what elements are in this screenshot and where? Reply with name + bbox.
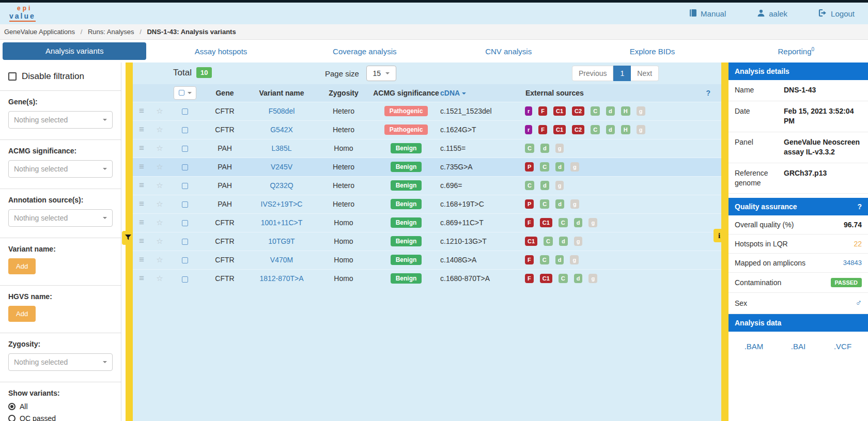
source-badge-C[interactable]: C xyxy=(525,181,534,190)
variant-link[interactable]: Q232Q xyxy=(270,181,293,190)
source-badge-P[interactable]: P xyxy=(525,162,534,171)
table-row[interactable]: ≡☆CFTR1001+11C>THomoBenignc.869+11C>TFC1… xyxy=(133,213,721,232)
table-row[interactable]: ≡☆CFTR10TG9THomoBenignc.1210-13G>TC1Cdg xyxy=(133,232,721,251)
table-row[interactable]: ≡☆PAHQ232QHeteroBenignc.696=Cdg xyxy=(133,176,721,195)
table-row[interactable]: ≡☆PAHV245VHeteroBenignc.735G>APCdg xyxy=(133,158,721,176)
tab-assay-hotspots[interactable]: Assay hotspots xyxy=(149,47,292,56)
radio-qc-passed-button[interactable] xyxy=(8,415,16,421)
breadcrumb-item-runs[interactable]: Runs: Analyses xyxy=(88,28,134,36)
source-badge-d[interactable]: d xyxy=(540,181,549,190)
source-badge-d[interactable]: d xyxy=(540,144,549,153)
variant-link[interactable]: V245V xyxy=(271,163,292,171)
row-checkbox[interactable] xyxy=(182,164,188,170)
star-icon[interactable]: ☆ xyxy=(156,181,163,190)
source-badge-F[interactable]: F xyxy=(525,255,534,264)
annotation-select[interactable]: Nothing selected xyxy=(8,209,113,227)
row-menu-icon[interactable]: ≡ xyxy=(139,255,144,264)
star-icon[interactable]: ☆ xyxy=(156,199,163,208)
variant-link[interactable]: IVS2+19T>C xyxy=(261,200,303,208)
star-icon[interactable]: ☆ xyxy=(156,106,163,115)
source-badge-C2[interactable]: C2 xyxy=(572,106,584,116)
source-badge-F[interactable]: F xyxy=(525,218,534,227)
row-menu-icon[interactable]: ≡ xyxy=(139,236,144,246)
source-badge-d[interactable]: d xyxy=(559,237,568,246)
table-row[interactable]: ≡☆CFTRG542XHeteroPathogenicc.1624G>TrFC1… xyxy=(133,120,721,139)
source-badge-C[interactable]: C xyxy=(540,162,549,171)
source-badge-C[interactable]: C xyxy=(591,125,600,134)
tab-analysis-variants[interactable]: Analysis variants xyxy=(3,42,146,60)
file-link-bam[interactable]: .BAM xyxy=(732,342,776,351)
variant-link[interactable]: 10TG9T xyxy=(268,237,295,245)
source-badge-d[interactable]: d xyxy=(555,162,564,171)
row-checkbox[interactable] xyxy=(182,146,188,152)
select-all-checkbox[interactable] xyxy=(179,90,184,96)
row-menu-icon[interactable]: ≡ xyxy=(139,180,144,190)
logout-link[interactable]: Logout xyxy=(818,9,855,19)
select-all-dropdown[interactable] xyxy=(174,86,196,100)
star-icon[interactable]: ☆ xyxy=(156,144,163,152)
source-badge-H[interactable]: H xyxy=(621,106,630,116)
info-panel-toggle-tab[interactable]: i xyxy=(714,229,725,242)
source-badge-C1[interactable]: C1 xyxy=(553,106,566,116)
source-badge-r[interactable]: r xyxy=(525,125,532,134)
row-checkbox[interactable] xyxy=(182,257,188,263)
page-size-select[interactable]: 15 xyxy=(366,66,396,81)
radio-all-button[interactable] xyxy=(8,403,16,410)
app-logo[interactable]: epi value xyxy=(9,5,36,21)
source-badge-C[interactable]: C xyxy=(540,199,549,209)
row-menu-icon[interactable]: ≡ xyxy=(139,162,144,171)
table-row[interactable]: ≡☆PAHIVS2+19T>CHeteroBenignc.168+19T>CPC… xyxy=(133,195,721,213)
disable-filtration-row[interactable]: Disable filtration xyxy=(0,63,121,91)
source-badge-g[interactable]: g xyxy=(637,125,645,134)
next-page-button[interactable]: Next xyxy=(631,66,659,81)
source-badge-d[interactable]: d xyxy=(606,106,615,116)
variant-link[interactable]: 1812-870T>A xyxy=(259,274,303,283)
source-badge-g[interactable]: g xyxy=(570,162,579,171)
row-menu-icon[interactable]: ≡ xyxy=(139,143,144,153)
manual-link[interactable]: Manual xyxy=(689,9,726,19)
tab-reporting[interactable]: Reporting0 xyxy=(724,46,868,56)
tab-explore-bids[interactable]: Explore BIDs xyxy=(580,47,724,56)
table-row[interactable]: ≡☆CFTR1812-870T>AHomoBenignc.1680-870T>A… xyxy=(133,269,721,288)
table-row[interactable]: ≡☆CFTRV470MHomoBenignc.1408G>AFCdg xyxy=(133,251,721,269)
source-badge-d[interactable]: d xyxy=(574,274,583,283)
star-icon[interactable]: ☆ xyxy=(156,255,163,264)
source-badge-F[interactable]: F xyxy=(525,274,534,283)
source-badge-C1[interactable]: C1 xyxy=(540,274,552,283)
source-badge-C1[interactable]: C1 xyxy=(525,237,537,246)
tab-cnv-analysis[interactable]: CNV analysis xyxy=(437,47,580,56)
source-badge-g[interactable]: g xyxy=(555,181,564,190)
variant-link[interactable]: V470M xyxy=(270,256,293,264)
previous-page-button[interactable]: Previous xyxy=(572,66,613,81)
source-badge-P[interactable]: P xyxy=(525,199,534,209)
row-checkbox[interactable] xyxy=(182,127,188,133)
radio-all[interactable]: All xyxy=(8,402,113,411)
breadcrumb-item-apps[interactable]: GeneValue Applications xyxy=(4,28,75,36)
row-checkbox[interactable] xyxy=(182,220,188,226)
current-page-button[interactable]: 1 xyxy=(613,66,631,81)
acmg-select[interactable]: Nothing selected xyxy=(8,160,113,178)
radio-qc-passed[interactable]: QC passed xyxy=(8,414,113,421)
source-badge-r[interactable]: r xyxy=(525,106,532,116)
variant-name-add-button[interactable]: Add xyxy=(8,258,36,274)
zygosity-select[interactable]: Nothing selected xyxy=(8,353,113,371)
row-checkbox[interactable] xyxy=(182,276,188,283)
source-badge-d[interactable]: d xyxy=(555,199,564,209)
file-link-bai[interactable]: .BAI xyxy=(776,342,820,351)
tab-coverage-analysis[interactable]: Coverage analysis xyxy=(293,47,437,56)
source-badge-C1[interactable]: C1 xyxy=(553,125,566,134)
variant-link[interactable]: L385L xyxy=(272,144,292,152)
quality-help-icon[interactable]: ? xyxy=(857,202,862,211)
source-badge-C[interactable]: C xyxy=(540,255,549,264)
source-badge-C[interactable]: C xyxy=(559,218,568,227)
source-badge-C[interactable]: C xyxy=(591,106,600,116)
source-badge-F[interactable]: F xyxy=(538,106,547,116)
row-checkbox[interactable] xyxy=(182,108,188,115)
row-menu-icon[interactable]: ≡ xyxy=(139,124,144,134)
source-badge-C[interactable]: C xyxy=(544,237,553,246)
source-badge-d[interactable]: d xyxy=(574,218,583,227)
sources-help-icon[interactable]: ? xyxy=(706,89,710,97)
variant-link[interactable]: G542X xyxy=(270,126,293,134)
source-badge-g[interactable]: g xyxy=(570,199,579,209)
source-badge-C[interactable]: C xyxy=(559,274,568,283)
